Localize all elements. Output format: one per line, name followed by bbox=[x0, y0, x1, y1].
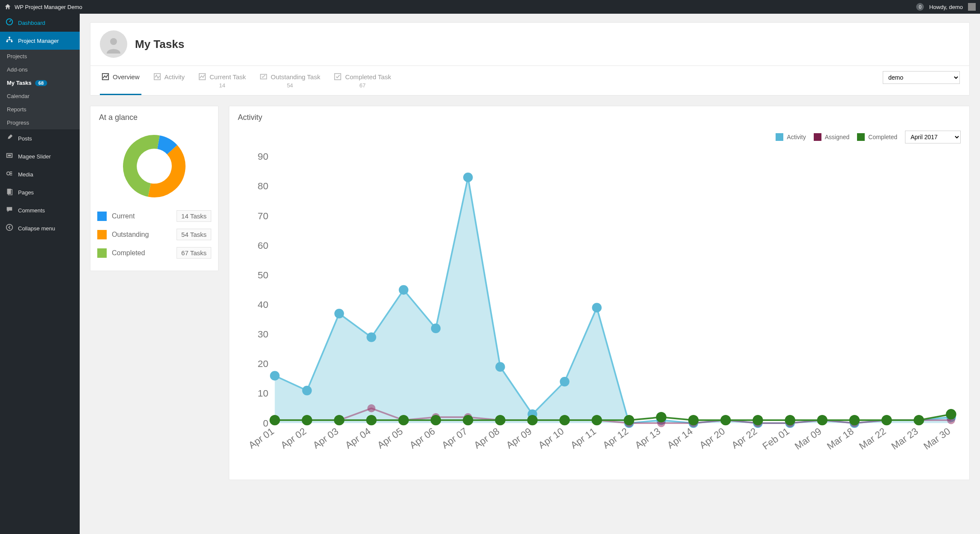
menu-pages[interactable]: Pages bbox=[0, 183, 80, 201]
svg-text:Feb 01: Feb 01 bbox=[761, 426, 791, 452]
glance-label-current: Current bbox=[112, 212, 135, 220]
menu-project-manager-label: Project Manager bbox=[18, 38, 59, 44]
tab-overview-label: Overview bbox=[113, 73, 140, 81]
svg-point-58 bbox=[495, 362, 505, 371]
glance-title: At a glance bbox=[90, 106, 218, 125]
svg-text:Apr 07: Apr 07 bbox=[440, 426, 469, 450]
menu-media[interactable]: Media bbox=[0, 165, 80, 183]
svg-text:Apr 12: Apr 12 bbox=[601, 426, 630, 450]
svg-text:Apr 01: Apr 01 bbox=[246, 426, 276, 450]
svg-text:Apr 04: Apr 04 bbox=[343, 426, 373, 450]
submenu-addons[interactable]: Add-ons bbox=[0, 63, 80, 76]
menu-collapse-label: Collapse menu bbox=[18, 225, 55, 232]
svg-text:40: 40 bbox=[258, 299, 268, 310]
activity-chart-area: 0102030405060708090Apr 01Apr 02Apr 03Apr… bbox=[229, 145, 969, 471]
menu-project-manager[interactable]: Project Manager bbox=[0, 32, 80, 50]
tab-activity[interactable]: Activity bbox=[152, 66, 187, 95]
svg-point-105 bbox=[592, 415, 602, 425]
menu-magee-slider-label: Magee Slider bbox=[18, 153, 51, 160]
menu-magee-slider[interactable]: Magee Slider bbox=[0, 147, 80, 165]
site-name[interactable]: WP Project Manager Demo bbox=[15, 4, 82, 10]
swatch-assigned-icon bbox=[814, 133, 821, 141]
svg-text:Apr 02: Apr 02 bbox=[279, 426, 309, 450]
menu-posts[interactable]: Posts bbox=[0, 129, 80, 147]
submenu-reports[interactable]: Reports bbox=[0, 103, 80, 116]
svg-point-99 bbox=[399, 415, 409, 425]
svg-text:Apr 03: Apr 03 bbox=[311, 426, 341, 450]
tab-current-task-label: Current Task bbox=[210, 73, 246, 81]
home-icon[interactable] bbox=[4, 3, 11, 10]
submenu-mytasks-label: My Tasks bbox=[7, 80, 32, 86]
slider-icon bbox=[5, 152, 14, 161]
page-title: My Tasks bbox=[135, 38, 184, 51]
submenu-projects[interactable]: Projects bbox=[0, 50, 80, 63]
svg-text:Apr 20: Apr 20 bbox=[698, 426, 727, 450]
submenu-mytasks[interactable]: My Tasks 68 bbox=[0, 76, 80, 89]
menu-pages-label: Pages bbox=[18, 189, 34, 196]
tab-current-task[interactable]: Current Task 14 bbox=[197, 66, 248, 95]
svg-point-55 bbox=[399, 285, 408, 295]
svg-point-9 bbox=[6, 224, 12, 230]
mytasks-badge: 68 bbox=[35, 80, 47, 86]
tab-outstanding-task[interactable]: Outstanding Task 54 bbox=[258, 66, 322, 95]
user-avatar-icon[interactable] bbox=[968, 3, 976, 11]
update-count-badge[interactable]: 0 bbox=[916, 3, 924, 11]
tab-outstanding-task-label: Outstanding Task bbox=[271, 73, 321, 81]
page-header: My Tasks bbox=[90, 22, 970, 66]
svg-text:Mar 18: Mar 18 bbox=[825, 426, 856, 452]
submenu-calendar[interactable]: Calendar bbox=[0, 89, 80, 103]
svg-point-107 bbox=[656, 412, 666, 422]
svg-text:60: 60 bbox=[258, 240, 268, 251]
glance-label-outstanding: Outstanding bbox=[112, 231, 149, 239]
svg-rect-5 bbox=[8, 155, 11, 156]
swatch-completed-icon bbox=[857, 133, 865, 141]
tab-activity-label: Activity bbox=[165, 73, 185, 81]
svg-text:20: 20 bbox=[258, 358, 268, 369]
submenu-reports-label: Reports bbox=[7, 106, 27, 113]
tab-completed-task[interactable]: Completed Task 67 bbox=[332, 66, 393, 95]
menu-dashboard-label: Dashboard bbox=[18, 20, 45, 26]
tab-overview[interactable]: Overview bbox=[100, 66, 141, 95]
svg-text:30: 30 bbox=[258, 329, 268, 340]
svg-point-106 bbox=[624, 415, 634, 425]
menu-dashboard[interactable]: Dashboard bbox=[0, 14, 80, 32]
glance-row-completed: Completed 67 Tasks bbox=[97, 244, 211, 262]
menu-collapse[interactable]: Collapse menu bbox=[0, 219, 80, 237]
activity-line-chart: 0102030405060708090Apr 01Apr 02Apr 03Apr… bbox=[238, 149, 961, 470]
svg-text:Mar 23: Mar 23 bbox=[890, 426, 920, 452]
dashboard-icon bbox=[5, 18, 14, 27]
project-manager-icon bbox=[5, 36, 14, 45]
howdy-text[interactable]: Howdy, demo bbox=[929, 4, 963, 10]
menu-comments[interactable]: Comments bbox=[0, 201, 80, 219]
svg-rect-15 bbox=[335, 74, 341, 80]
svg-text:Mar 22: Mar 22 bbox=[857, 426, 888, 452]
submenu-progress[interactable]: Progress bbox=[0, 116, 80, 129]
svg-text:50: 50 bbox=[258, 270, 268, 280]
svg-point-115 bbox=[914, 415, 924, 425]
svg-point-110 bbox=[752, 415, 763, 425]
current-task-icon bbox=[198, 73, 206, 81]
content: My Tasks Overview bbox=[80, 14, 980, 489]
pin-icon bbox=[5, 134, 14, 143]
svg-point-95 bbox=[270, 415, 280, 425]
swatch-outstanding bbox=[97, 230, 107, 239]
svg-point-98 bbox=[366, 415, 377, 425]
activity-month-select[interactable]: April 2017 bbox=[905, 131, 961, 143]
submenu-projects-label: Projects bbox=[7, 53, 27, 60]
glance-count-completed: 67 Tasks bbox=[177, 247, 211, 259]
svg-point-103 bbox=[527, 415, 537, 425]
tab-completed-task-label: Completed Task bbox=[345, 73, 391, 81]
svg-point-102 bbox=[495, 415, 505, 425]
svg-rect-2 bbox=[6, 41, 8, 42]
menu-media-label: Media bbox=[18, 171, 33, 178]
svg-text:80: 80 bbox=[258, 181, 268, 191]
activity-title: Activity bbox=[238, 106, 262, 125]
activity-icon bbox=[153, 73, 161, 81]
svg-text:Apr 13: Apr 13 bbox=[633, 426, 662, 450]
panels-row: At a glance Current 14 Tasks Outstanding… bbox=[90, 106, 970, 480]
glance-row-outstanding: Outstanding 54 Tasks bbox=[97, 225, 211, 244]
user-select[interactable]: demo bbox=[883, 71, 960, 84]
legend-activity: Activity bbox=[776, 133, 806, 141]
adminbar-left: WP Project Manager Demo bbox=[4, 3, 82, 10]
svg-point-56 bbox=[431, 324, 441, 333]
